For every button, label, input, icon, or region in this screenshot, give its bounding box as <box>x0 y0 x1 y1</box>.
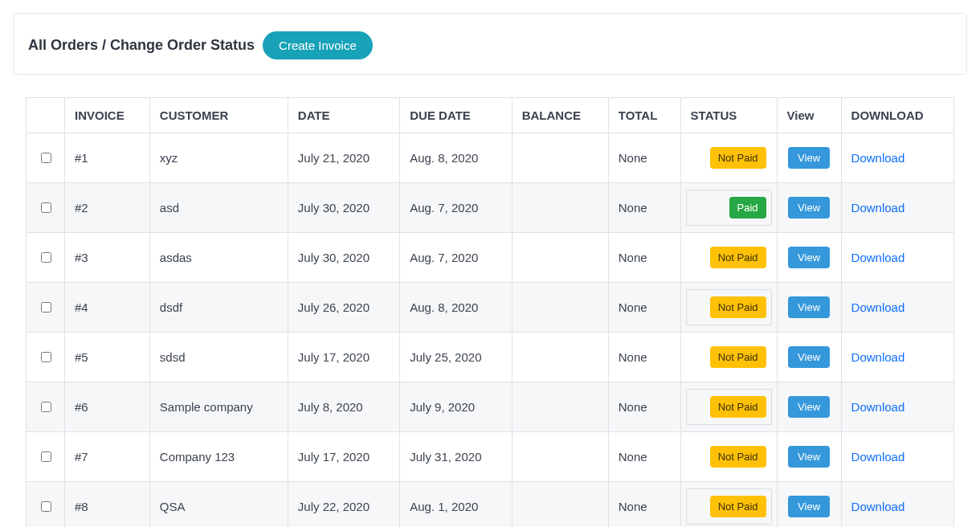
table-row: #7Company 123July 17, 2020July 31, 2020N… <box>27 432 954 482</box>
cell-customer: Sample company <box>149 382 288 432</box>
cell-invoice: #3 <box>65 233 150 283</box>
view-button[interactable]: View <box>788 496 830 517</box>
cell-total: None <box>608 183 680 233</box>
cell-status: Paid <box>680 183 777 233</box>
cell-date: July 22, 2020 <box>288 482 399 528</box>
download-link[interactable]: Download <box>851 300 905 314</box>
download-link[interactable]: Download <box>851 151 905 165</box>
cell-date: July 30, 2020 <box>288 233 399 283</box>
col-balance: BALANCE <box>512 98 608 133</box>
cell-status: Not Paid <box>680 482 777 528</box>
cell-download: Download <box>841 333 953 382</box>
cell-view: View <box>777 432 841 482</box>
col-view: View <box>777 98 841 133</box>
row-select-checkbox[interactable] <box>41 302 51 313</box>
status-badge: Not Paid <box>710 296 766 318</box>
cell-invoice: #1 <box>65 133 150 183</box>
cell-total: None <box>608 233 680 283</box>
cell-view: View <box>777 183 841 233</box>
cell-balance <box>512 233 608 283</box>
row-select-checkbox[interactable] <box>41 202 51 213</box>
cell-invoice: #7 <box>65 432 150 482</box>
cell-view: View <box>777 482 841 528</box>
table-row: #8QSAJuly 22, 2020Aug. 1, 2020NoneNot Pa… <box>27 482 954 528</box>
cell-date: July 8, 2020 <box>288 382 399 432</box>
table-row: #2asdJuly 30, 2020Aug. 7, 2020NonePaidVi… <box>27 183 954 233</box>
cell-due-date: Aug. 8, 2020 <box>400 283 512 333</box>
cell-invoice: #5 <box>65 333 150 382</box>
cell-balance <box>512 333 608 382</box>
col-total: TOTAL <box>608 98 680 133</box>
cell-date: July 26, 2020 <box>288 283 399 333</box>
col-select <box>27 98 65 133</box>
cell-invoice: #8 <box>65 482 150 528</box>
cell-download: Download <box>841 482 953 528</box>
status-badge: Not Paid <box>710 147 766 169</box>
cell-download: Download <box>841 183 953 233</box>
view-button[interactable]: View <box>788 446 830 468</box>
view-button[interactable]: View <box>788 296 830 318</box>
cell-total: None <box>608 333 680 382</box>
view-button[interactable]: View <box>788 197 830 219</box>
cell-balance <box>512 133 608 183</box>
cell-status: Not Paid <box>680 382 777 432</box>
download-link[interactable]: Download <box>851 400 905 414</box>
row-select-checkbox[interactable] <box>41 352 51 362</box>
status-badge: Not Paid <box>710 396 766 418</box>
download-link[interactable]: Download <box>851 450 905 464</box>
cell-total: None <box>608 432 680 482</box>
cell-due-date: Aug. 1, 2020 <box>400 482 512 528</box>
create-invoice-button[interactable]: Create Invoice <box>263 31 373 59</box>
table-row: #6Sample companyJuly 8, 2020July 9, 2020… <box>27 382 954 432</box>
cell-customer: asdas <box>149 233 288 283</box>
row-select-checkbox[interactable] <box>41 501 51 512</box>
cell-status: Not Paid <box>680 333 777 382</box>
cell-invoice: #2 <box>65 183 150 233</box>
cell-view: View <box>777 333 841 382</box>
cell-date: July 17, 2020 <box>288 333 399 382</box>
cell-view: View <box>777 233 841 283</box>
status-badge: Not Paid <box>710 247 766 268</box>
orders-table: INVOICE CUSTOMER DATE DUE DATE BALANCE T… <box>26 97 954 527</box>
cell-customer: Company 123 <box>149 432 288 482</box>
cell-date: July 30, 2020 <box>288 183 399 233</box>
download-link[interactable]: Download <box>851 500 905 513</box>
cell-balance <box>512 183 608 233</box>
download-link[interactable]: Download <box>851 251 905 264</box>
status-badge: Not Paid <box>710 446 766 468</box>
page-title: All Orders / Change Order Status <box>28 37 255 54</box>
view-button[interactable]: View <box>788 346 830 368</box>
cell-customer: asd <box>149 183 288 233</box>
cell-date: July 17, 2020 <box>288 432 399 482</box>
cell-due-date: July 25, 2020 <box>400 333 512 382</box>
col-download: DOWNLOAD <box>841 98 953 133</box>
status-badge: Paid <box>729 197 766 219</box>
cell-total: None <box>608 133 680 183</box>
cell-customer: dsdf <box>149 283 288 333</box>
table-row: #3asdasJuly 30, 2020Aug. 7, 2020NoneNot … <box>27 233 954 283</box>
cell-total: None <box>608 283 680 333</box>
cell-download: Download <box>841 233 953 283</box>
cell-due-date: Aug. 7, 2020 <box>400 183 512 233</box>
table-row: #4dsdfJuly 26, 2020Aug. 8, 2020NoneNot P… <box>27 283 954 333</box>
view-button[interactable]: View <box>788 147 830 169</box>
view-button[interactable]: View <box>788 247 830 268</box>
cell-status: Not Paid <box>680 283 777 333</box>
row-select-checkbox[interactable] <box>41 402 51 412</box>
row-select-checkbox[interactable] <box>41 153 51 163</box>
cell-status: Not Paid <box>680 432 777 482</box>
row-select-checkbox[interactable] <box>41 451 51 462</box>
cell-due-date: Aug. 7, 2020 <box>400 233 512 283</box>
table-row: #1xyzJuly 21, 2020Aug. 8, 2020NoneNot Pa… <box>27 133 954 183</box>
row-select-checkbox[interactable] <box>41 252 51 263</box>
cell-total: None <box>608 482 680 528</box>
cell-invoice: #4 <box>65 283 150 333</box>
view-button[interactable]: View <box>788 396 830 418</box>
cell-view: View <box>777 382 841 432</box>
cell-balance <box>512 432 608 482</box>
download-link[interactable]: Download <box>851 350 905 364</box>
cell-total: None <box>608 382 680 432</box>
cell-balance <box>512 283 608 333</box>
cell-view: View <box>777 133 841 183</box>
download-link[interactable]: Download <box>851 201 905 214</box>
